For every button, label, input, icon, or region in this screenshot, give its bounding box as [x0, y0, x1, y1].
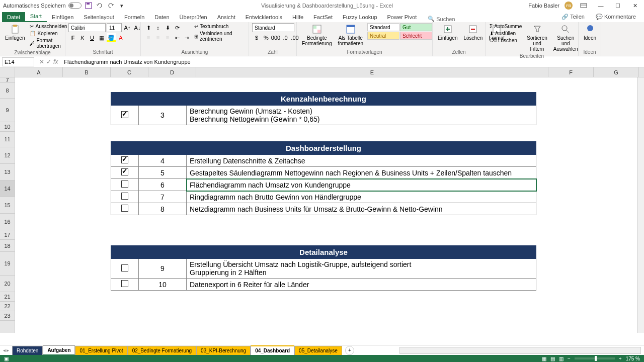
font-size-select[interactable]: 11 [107, 23, 122, 32]
row-header-13[interactable]: 13 [0, 164, 15, 180]
orientation-icon[interactable]: ⟳ [173, 23, 182, 32]
sheet-nav-first-icon[interactable]: ◂ [3, 347, 6, 353]
indent-inc-icon[interactable]: ⇥ [182, 33, 191, 42]
col-header-c[interactable]: C [111, 67, 148, 77]
sheet-tab-aufgaben[interactable]: Aufgaben [43, 345, 75, 355]
copy-button[interactable]: 📋 Kopieren [29, 30, 68, 37]
row-header-15[interactable]: 15 [0, 197, 15, 214]
number-format-select[interactable]: Standard [252, 23, 294, 32]
zoom-in-icon[interactable]: + [619, 356, 622, 361]
tab-seitenlayout[interactable]: Seitenlayout [78, 12, 119, 22]
currency-icon[interactable]: $ [252, 33, 261, 42]
maximize-icon[interactable]: ☐ [612, 2, 624, 10]
ideas-button[interactable]: Ideen [582, 23, 598, 42]
num-6[interactable]: 6 [139, 179, 187, 191]
sheet-tab-01[interactable]: 01_Erstellung Pivot [75, 346, 127, 355]
save-icon[interactable] [85, 2, 93, 10]
style-gut[interactable]: Gut [400, 23, 432, 31]
fill-button[interactable]: ⬇ Ausfüllen [489, 30, 523, 37]
check-7[interactable] [111, 191, 139, 203]
sheet-tab-05[interactable]: 05_Detailanalyse [294, 346, 342, 355]
zoom-slider[interactable] [575, 357, 615, 359]
align-bottom-icon[interactable]: ⬇ [163, 23, 172, 32]
view-pagebreak-icon[interactable]: ▥ [559, 356, 564, 361]
paste-button[interactable]: Einfügen [3, 23, 27, 42]
insert-cells-button[interactable]: Einfügen [436, 23, 459, 42]
record-macro-icon[interactable]: ▣ [4, 356, 9, 361]
font-name-select[interactable]: Calibri [68, 23, 106, 32]
num-7[interactable]: 7 [139, 191, 187, 203]
tab-formeln[interactable]: Formeln [119, 12, 149, 22]
row-header-22[interactable]: 22 [0, 302, 15, 311]
delete-cells-button[interactable]: Löschen [461, 23, 485, 42]
thousands-icon[interactable]: 000 [271, 33, 280, 42]
sheet-tab-04[interactable]: 04_Dashboard [251, 345, 294, 355]
col-header-d[interactable]: D [148, 67, 196, 77]
select-all-corner[interactable] [0, 67, 15, 77]
style-neutral[interactable]: Neutral [367, 32, 399, 40]
close-icon[interactable]: ✕ [629, 2, 641, 10]
task-8[interactable]: Netzdiagramm nach Business Units für Ums… [187, 203, 536, 215]
wrap-text-button[interactable]: ↩ Textumbruch [193, 23, 246, 30]
task-6-selected[interactable]: Flächendiagramm nach Umsatz von Kundengr… [187, 179, 536, 191]
font-color-button[interactable]: A [116, 33, 125, 42]
zoom-level[interactable]: 175 % [626, 356, 640, 361]
user-avatar[interactable]: FB [565, 2, 573, 10]
row-header-21[interactable]: 21 [0, 292, 15, 302]
formula-input[interactable]: Flächendiagramm nach Umsatz von Kundengr… [61, 59, 644, 65]
comments-button[interactable]: 💬 Kommentare [591, 12, 641, 22]
check-10[interactable] [111, 279, 139, 291]
horizontal-scrollbar[interactable] [399, 347, 641, 354]
fx-icon[interactable]: fx [53, 58, 58, 65]
num-9[interactable]: 9 [139, 259, 187, 279]
tab-uberprufen[interactable]: Überprüfen [175, 12, 212, 22]
check-4[interactable] [111, 155, 139, 167]
task-10[interactable]: Datenexport in 6 Reiter für alle Länder [187, 279, 536, 291]
num-10[interactable]: 10 [139, 279, 187, 291]
vertical-scrollbar[interactable] [637, 77, 644, 333]
col-header-a[interactable]: A [15, 67, 63, 77]
tab-fuzzy[interactable]: Fuzzy Lookup [338, 12, 382, 22]
tab-powerpivot[interactable]: Power Pivot [382, 12, 422, 22]
tab-entwicklertools[interactable]: Entwicklertools [240, 12, 287, 22]
table-format-button[interactable]: Als Tabelle formatieren [336, 23, 365, 47]
row-header-7[interactable]: 7 [0, 77, 15, 83]
row-header-8[interactable]: 8 [0, 83, 15, 99]
align-center-icon[interactable]: ≡ [153, 33, 163, 42]
num-8[interactable]: 8 [139, 203, 187, 215]
cancel-formula-icon[interactable]: ✕ [39, 58, 44, 65]
style-schlecht[interactable]: Schlecht [400, 32, 432, 40]
col-header-g[interactable]: G [594, 67, 639, 77]
name-box[interactable]: E14 [2, 57, 34, 66]
sort-filter-button[interactable]: Sortieren und Filtern [525, 23, 549, 53]
task-4[interactable]: Erstellung Datenschnitte & Zeitachse [187, 155, 536, 167]
num-3[interactable]: 3 [139, 106, 187, 125]
tab-hilfe[interactable]: Hilfe [287, 12, 308, 22]
align-middle-icon[interactable]: ↕ [153, 23, 163, 32]
redo-icon[interactable] [107, 2, 115, 10]
style-standard[interactable]: Standard [367, 23, 399, 31]
format-painter-button[interactable]: 🖌 Format übertragen [29, 37, 68, 49]
merge-button[interactable]: ⊞ Verbinden und zentrieren [193, 30, 246, 42]
zoom-out-icon[interactable]: − [568, 356, 571, 361]
undo-icon[interactable] [96, 2, 104, 10]
check-9[interactable] [111, 259, 139, 279]
tab-datei[interactable]: Datei [2, 12, 25, 22]
row-header-14[interactable]: 14 [0, 180, 15, 197]
num-5[interactable]: 5 [139, 167, 187, 179]
check-5[interactable] [111, 167, 139, 179]
col-header-f[interactable]: F [548, 67, 594, 77]
align-right-icon[interactable]: ≡ [163, 33, 172, 42]
minimize-icon[interactable]: — [595, 2, 607, 10]
increase-font-icon[interactable]: A↑ [123, 23, 132, 32]
italic-button[interactable]: K [78, 33, 87, 42]
align-top-icon[interactable]: ⬆ [144, 23, 153, 32]
inc-decimal-icon[interactable]: .0 [281, 33, 290, 42]
row-header-16[interactable]: 16 [0, 214, 15, 230]
tab-ansicht[interactable]: Ansicht [212, 12, 240, 22]
percent-icon[interactable]: % [262, 33, 271, 42]
row-header-23[interactable]: 23 [0, 311, 15, 321]
row-header-11[interactable]: 11 [0, 132, 15, 147]
autosave-toggle[interactable]: Automatisches Speichern [3, 3, 82, 9]
cells-area[interactable]: Kennzahlenberechnung 3 Berechnung Gewinn… [15, 77, 644, 333]
